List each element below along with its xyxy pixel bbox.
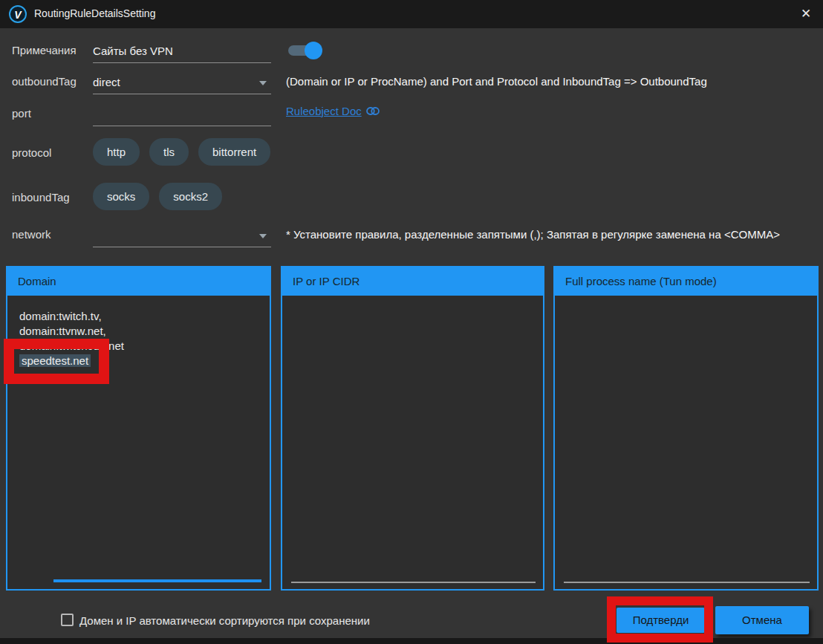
rules-comma-hint: * Установите правила, разделенные запяты…	[286, 228, 780, 241]
toggle-thumb	[305, 42, 322, 59]
domain-line: speedtest.net	[19, 354, 259, 368]
horizontal-scrollbar-thumb[interactable]	[53, 579, 261, 582]
outbound-tag-value: direct	[93, 76, 120, 88]
external-link-icon	[366, 106, 380, 116]
chevron-down-icon	[259, 81, 267, 85]
port-input[interactable]	[93, 104, 271, 126]
ruleobject-doc-link[interactable]: Ruleobject Doc	[286, 105, 380, 117]
domain-panel-header: Domain	[7, 267, 270, 296]
remarks-label: Примечания	[12, 44, 77, 56]
process-panel-header: Full process name (Tun mode)	[555, 267, 817, 296]
enabled-toggle[interactable]	[288, 42, 322, 59]
domain-line: domain:twitchcdn.net	[19, 339, 259, 354]
domain-line: domain:ttvnw.net,	[19, 324, 259, 339]
protocol-chip-row: http tls bittorrent	[93, 138, 270, 166]
port-label: port	[12, 107, 31, 120]
inbound-tag-label: inboundTag	[12, 191, 70, 204]
chevron-down-icon	[259, 234, 267, 238]
horizontal-scrollbar-track[interactable]	[291, 582, 536, 583]
confirm-button[interactable]: Подтверди	[617, 608, 705, 633]
title-bar: V RoutingRuleDetailsSetting ✕	[0, 0, 823, 28]
remarks-input[interactable]: Сайты без VPN	[93, 41, 271, 63]
inbound-chip-row: socks socks2	[93, 183, 222, 210]
horizontal-scrollbar-track[interactable]	[564, 582, 810, 583]
ip-textarea[interactable]	[282, 297, 543, 589]
ruleobject-doc-link-label: Ruleobject Doc	[286, 105, 362, 117]
ip-panel: IP or IP CIDR	[281, 266, 544, 591]
network-label: network	[12, 228, 51, 241]
outbound-tag-select[interactable]: direct	[93, 72, 271, 94]
protocol-label: protocol	[12, 146, 51, 159]
cancel-button[interactable]: Отмена	[715, 606, 809, 634]
inbound-chip-socks2[interactable]: socks2	[159, 183, 222, 210]
domain-line: domain:twitch.tv,	[19, 309, 259, 324]
protocol-chip-tls[interactable]: tls	[149, 138, 189, 166]
rule-formula-hint: (Domain or IP or ProcName) and Port and …	[286, 75, 707, 88]
app-logo-icon: V	[9, 5, 27, 23]
inbound-chip-socks[interactable]: socks	[93, 183, 149, 210]
autosort-checkbox-label: Домен и IP автоматически сортируются при…	[79, 614, 370, 628]
outbound-tag-label: outboundTag	[12, 75, 77, 88]
close-icon[interactable]: ✕	[793, 3, 819, 25]
selected-text: speedtest.net	[19, 354, 91, 367]
process-textarea[interactable]	[555, 297, 817, 589]
window-bottom-edge	[0, 638, 823, 644]
network-select[interactable]	[93, 225, 271, 247]
process-panel: Full process name (Tun mode)	[553, 266, 819, 591]
ip-panel-header: IP or IP CIDR	[282, 267, 543, 296]
domain-textarea[interactable]: domain:twitch.tv, domain:ttvnw.net, doma…	[7, 297, 270, 589]
protocol-chip-bittorrent[interactable]: bittorrent	[198, 138, 270, 166]
window-title: RoutingRuleDetailsSetting	[34, 7, 155, 19]
protocol-chip-http[interactable]: http	[93, 138, 140, 166]
autosort-checkbox[interactable]	[61, 614, 74, 626]
domain-panel: Domain domain:twitch.tv, domain:ttvnw.ne…	[6, 266, 271, 591]
